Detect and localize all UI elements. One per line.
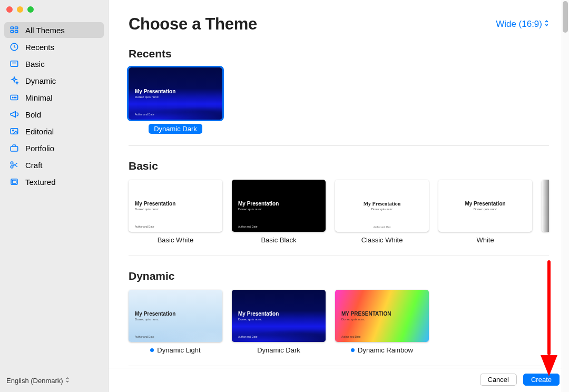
briefcase-icon xyxy=(8,143,20,153)
thumb-author: Author and Date xyxy=(335,226,429,228)
sidebar-item-editorial[interactable]: Editorial xyxy=(4,123,104,139)
theme-label: Basic Black xyxy=(261,236,296,244)
section-title: Recents xyxy=(129,47,549,60)
thumb-subtitle: Donec quis nunc xyxy=(335,208,429,211)
vertical-scrollbar[interactable] xyxy=(562,0,569,392)
sidebar-item-label: Minimal xyxy=(25,93,53,102)
minimize-window-button[interactable] xyxy=(17,6,23,13)
language-select[interactable]: English (Denmark) xyxy=(0,371,108,392)
theme-thumbnail: My Presentation Donec quis nunc xyxy=(438,180,532,232)
svg-point-14 xyxy=(11,162,13,164)
sparkle-icon xyxy=(8,76,20,85)
thumb-author: Author and Date xyxy=(238,225,257,228)
scissors-icon xyxy=(8,160,20,170)
svg-rect-13 xyxy=(11,146,18,151)
theme-label: Dynamic Rainbow xyxy=(351,346,413,354)
image-icon xyxy=(8,126,20,136)
thumb-subtitle: Donec quis nunc xyxy=(238,208,326,211)
sidebar-item-minimal[interactable]: Minimal xyxy=(4,90,104,105)
theme-label: Classic White xyxy=(361,236,403,244)
aspect-ratio-select[interactable]: Wide (16:9) xyxy=(496,19,549,30)
updown-icon xyxy=(65,377,70,385)
aspect-ratio-label: Wide (16:9) xyxy=(496,19,542,30)
thumb-subtitle: Donec quis nunc xyxy=(135,95,222,99)
section-basic: Basic My Presentation Donec quis nunc Au… xyxy=(129,160,549,256)
thumb-subtitle: Donec quis nunc xyxy=(135,318,222,321)
thumb-title: My Presentation xyxy=(135,89,222,94)
theme-tile-classic-white[interactable]: My Presentation Donec quis nunc Author a… xyxy=(335,180,429,244)
dots-icon xyxy=(8,93,20,102)
theme-thumbnail: My Presentation Donec quis nunc Author a… xyxy=(232,290,326,342)
download-dot-icon xyxy=(150,348,154,352)
thumb-author: Author and Date xyxy=(135,113,154,116)
thumb-title: My Presentation xyxy=(465,201,505,207)
sidebar-item-label: Editorial xyxy=(25,127,54,136)
svg-rect-5 xyxy=(11,61,18,67)
svg-rect-1 xyxy=(15,27,18,29)
svg-rect-3 xyxy=(15,31,18,33)
clock-icon xyxy=(8,42,20,52)
close-window-button[interactable] xyxy=(6,6,13,13)
grid-icon xyxy=(8,25,20,35)
sidebar-item-label: Textured xyxy=(25,178,56,187)
create-button[interactable]: Create xyxy=(523,374,560,386)
theme-row: My Presentation Donec quis nunc Author a… xyxy=(129,290,549,354)
theme-tile-dynamic-light[interactable]: My Presentation Donec quis nunc Author a… xyxy=(129,290,222,354)
header-row: Choose a Theme Wide (16:9) xyxy=(129,0,549,34)
sidebar-item-label: Basic xyxy=(25,60,45,68)
svg-rect-0 xyxy=(11,27,13,29)
download-dot-icon xyxy=(351,348,355,352)
thumb-title: My Presentation xyxy=(364,201,401,207)
section-dynamic: Dynamic My Presentation Donec quis nunc … xyxy=(129,270,549,366)
svg-point-8 xyxy=(12,97,13,98)
theme-tile-basic-white[interactable]: My Presentation Donec quis nunc Author a… xyxy=(129,180,222,244)
theme-tile-dynamic-dark[interactable]: My Presentation Donec quis nunc Author a… xyxy=(129,67,222,134)
theme-label: Dynamic Dark xyxy=(257,346,300,354)
sidebar-item-basic[interactable]: Basic xyxy=(4,56,104,72)
sidebar-item-label: Bold xyxy=(25,110,41,119)
theme-tile-dynamic-dark[interactable]: My Presentation Donec quis nunc Author a… xyxy=(232,290,326,354)
main-panel: Choose a Theme Wide (16:9) Recents My Pr… xyxy=(109,0,569,392)
theme-tile-dynamic-rainbow[interactable]: MY PRESENTATION Donec quis nunc Author a… xyxy=(335,290,429,354)
thumb-author: Author and Date xyxy=(135,225,154,228)
sidebar-item-bold[interactable]: Bold xyxy=(4,106,104,122)
thumb-subtitle: Donec quis nunc xyxy=(474,208,497,211)
language-label: English (Denmark) xyxy=(6,377,63,385)
sidebar-item-label: Craft xyxy=(25,161,43,170)
thumb-author: Author and Date xyxy=(238,335,257,338)
sidebar-item-dynamic[interactable]: Dynamic xyxy=(4,73,104,89)
theme-chooser-window: All Themes Recents Basic Dynamic Minimal… xyxy=(0,0,569,392)
sidebar: All Themes Recents Basic Dynamic Minimal… xyxy=(0,0,109,392)
sidebar-item-label: Portfolio xyxy=(25,144,54,153)
sidebar-item-textured[interactable]: Textured xyxy=(4,174,104,190)
thumb-author: Author and Date xyxy=(135,335,154,338)
theme-label: Basic White xyxy=(158,236,194,244)
theme-thumbnail: MY PRESENTATION Donec quis nunc Author a… xyxy=(335,290,429,342)
thumb-title: My Presentation xyxy=(238,201,326,207)
thumb-subtitle: Donec quis nunc xyxy=(341,318,429,321)
theme-tile-partial[interactable] xyxy=(542,180,549,232)
thumb-author: Author and Date xyxy=(341,335,360,338)
svg-rect-2 xyxy=(11,31,13,33)
sidebar-item-craft[interactable]: Craft xyxy=(4,157,104,173)
window-controls xyxy=(0,0,108,13)
scrollbar-thumb[interactable] xyxy=(563,1,568,33)
section-title: Dynamic xyxy=(129,270,549,282)
svg-point-12 xyxy=(13,130,14,131)
thumb-subtitle: Donec quis nunc xyxy=(135,208,222,211)
megaphone-icon xyxy=(8,110,20,119)
sidebar-item-all-themes[interactable]: All Themes xyxy=(4,22,104,38)
sidebar-item-recents[interactable]: Recents xyxy=(4,39,104,55)
cancel-button[interactable]: Cancel xyxy=(480,374,517,386)
theme-tile-white[interactable]: My Presentation Donec quis nunc White xyxy=(438,180,532,244)
section-title: Basic xyxy=(129,160,549,172)
theme-tile-basic-black[interactable]: My Presentation Donec quis nunc Author a… xyxy=(232,180,326,244)
thumb-subtitle: Donec quis nunc xyxy=(238,318,326,321)
zoom-window-button[interactable] xyxy=(27,6,34,13)
slide-icon xyxy=(8,59,20,68)
sidebar-item-portfolio[interactable]: Portfolio xyxy=(4,140,104,156)
sidebar-item-label: All Themes xyxy=(25,26,65,35)
main-scroll-area[interactable]: Choose a Theme Wide (16:9) Recents My Pr… xyxy=(109,0,569,368)
theme-thumbnail: My Presentation Donec quis nunc Author a… xyxy=(129,180,222,232)
theme-row: My Presentation Donec quis nunc Author a… xyxy=(129,67,549,134)
